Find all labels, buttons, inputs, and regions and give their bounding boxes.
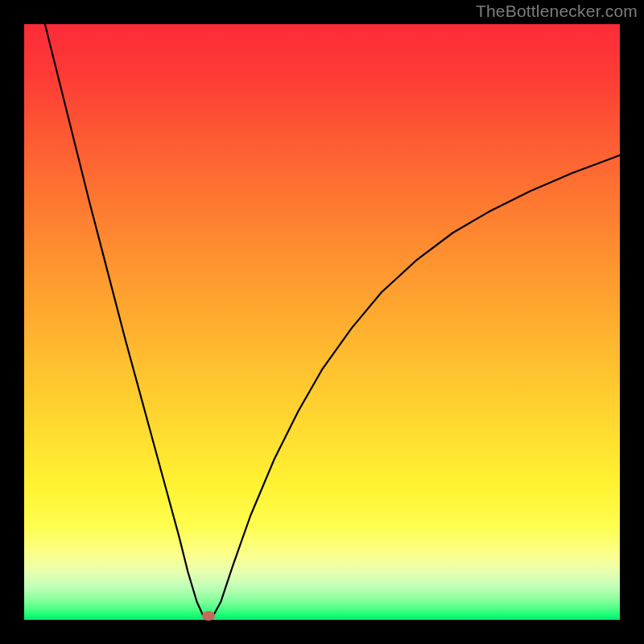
curve-svg [24, 24, 620, 620]
optimum-marker [202, 611, 215, 621]
chart-frame: TheBottlenecker.com [0, 0, 644, 644]
watermark-text: TheBottlenecker.com [476, 2, 638, 21]
bottleneck-curve [45, 24, 620, 617]
plot-area [24, 24, 620, 620]
